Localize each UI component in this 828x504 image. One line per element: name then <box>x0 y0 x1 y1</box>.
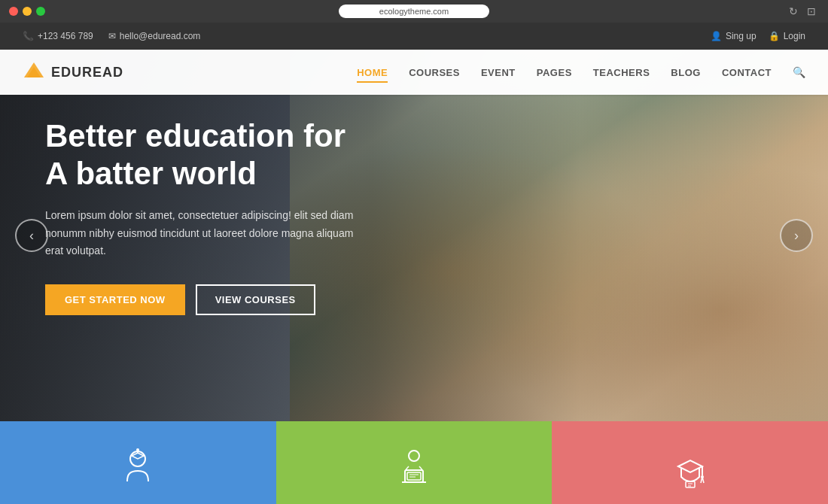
login-label[interactable]: Login <box>784 31 805 41</box>
svg-line-14 <box>702 477 704 483</box>
teacher-icon <box>114 444 162 492</box>
card-graduation: Graduation Certificate Lorem ipsum dolor… <box>552 421 828 504</box>
top-bar: 📞 +123 456 789 ✉ hello@eduread.com 👤 Sin… <box>0 23 828 50</box>
svg-rect-15 <box>686 481 695 487</box>
browser-dots <box>9 7 45 16</box>
email-address[interactable]: hello@eduread.com <box>120 31 201 41</box>
dot-red[interactable] <box>9 7 18 16</box>
logo-icon <box>23 61 45 83</box>
nav-item-blog[interactable]: BLOG <box>671 65 701 79</box>
nav-item-home[interactable]: HOME <box>357 65 388 79</box>
nav-item-contact[interactable]: CONTACT <box>722 65 772 79</box>
nav-link-teachers[interactable]: TEACHERS <box>593 67 650 81</box>
logo[interactable]: EDUREAD <box>23 61 123 83</box>
phone-item: 📞 +123 456 789 <box>23 31 93 41</box>
card-learn-anywhere: Learn Anywhere Online Lorem ipsum dolor … <box>276 421 553 504</box>
hero-description: Lorem ipsum dolor sit amet, consectetuer… <box>45 207 361 260</box>
card-professional-teachers: Professional Teachers Lorem ipsum dolor … <box>0 421 276 504</box>
svg-point-5 <box>409 451 419 461</box>
top-bar-left: 📞 +123 456 789 ✉ hello@eduread.com <box>23 31 200 41</box>
main-nav: HOME COURSES EVENT PAGES TEACHERS BLOG <box>357 65 805 79</box>
phone-number: +123 456 789 <box>38 31 93 41</box>
email-item: ✉ hello@eduread.com <box>108 31 201 41</box>
nav-item-teachers[interactable]: TEACHERS <box>593 65 650 79</box>
hero-title-line2: A batter world <box>45 156 257 191</box>
nav-link-blog[interactable]: BLOG <box>671 67 701 81</box>
user-icon: 👤 <box>711 31 722 41</box>
dot-green[interactable] <box>36 7 45 16</box>
feature-cards: Professional Teachers Lorem ipsum dolor … <box>0 421 828 504</box>
nav-item-courses[interactable]: COURSES <box>409 65 460 79</box>
navbar: EDUREAD HOME COURSES EVENT PAGES TEACHER… <box>0 50 828 95</box>
nav-item-search[interactable]: 🔍 <box>793 65 805 79</box>
nav-item-event[interactable]: EVENT <box>481 65 516 79</box>
signup-item[interactable]: 👤 Sing up <box>711 31 756 41</box>
nav-links: HOME COURSES EVENT PAGES TEACHERS BLOG <box>357 65 805 79</box>
right-chevron-icon: › <box>794 228 799 244</box>
nav-link-home[interactable]: HOME <box>357 67 388 83</box>
search-icon[interactable]: 🔍 <box>793 66 805 78</box>
top-bar-right: 👤 Sing up 🔒 Login <box>711 31 805 41</box>
lock-icon: 🔒 <box>769 31 780 41</box>
hero-content: Better education for A batter world Lore… <box>45 117 361 315</box>
logo-text: EDUREAD <box>51 65 123 80</box>
browser-expand[interactable]: ⊡ <box>807 5 816 17</box>
dot-yellow[interactable] <box>23 7 32 16</box>
signup-label[interactable]: Sing up <box>726 31 756 41</box>
hero-title-line1: Better education for <box>45 118 346 153</box>
phone-icon: 📞 <box>23 31 34 41</box>
get-started-button[interactable]: GET STARTED NOW <box>45 284 185 315</box>
hero-buttons: GET STARTED NOW VIEW COURSES <box>45 284 361 315</box>
next-arrow[interactable]: › <box>780 219 813 252</box>
browser-url[interactable]: ecologytheme.com <box>339 5 489 18</box>
nav-item-pages[interactable]: PAGES <box>537 65 572 79</box>
left-chevron-icon: ‹ <box>29 228 34 244</box>
browser-chrome: ecologytheme.com ↻ ⊡ <box>0 0 828 23</box>
browser-refresh[interactable]: ↻ <box>789 5 798 17</box>
nav-link-event[interactable]: EVENT <box>481 67 516 81</box>
nav-link-pages[interactable]: PAGES <box>537 67 572 81</box>
hero-section: EDUREAD HOME COURSES EVENT PAGES TEACHER… <box>0 50 828 421</box>
email-icon: ✉ <box>108 31 116 41</box>
prev-arrow[interactable]: ‹ <box>15 219 48 252</box>
view-courses-button[interactable]: VIEW COURSES <box>196 284 315 315</box>
login-item[interactable]: 🔒 Login <box>769 31 805 41</box>
svg-rect-8 <box>407 472 421 480</box>
laptop-icon <box>390 444 438 492</box>
nav-link-courses[interactable]: COURSES <box>409 67 460 81</box>
graduation-icon <box>666 444 714 492</box>
svg-point-4 <box>136 448 139 451</box>
hero-title: Better education for A batter world <box>45 117 361 193</box>
nav-link-contact[interactable]: CONTACT <box>722 67 772 81</box>
